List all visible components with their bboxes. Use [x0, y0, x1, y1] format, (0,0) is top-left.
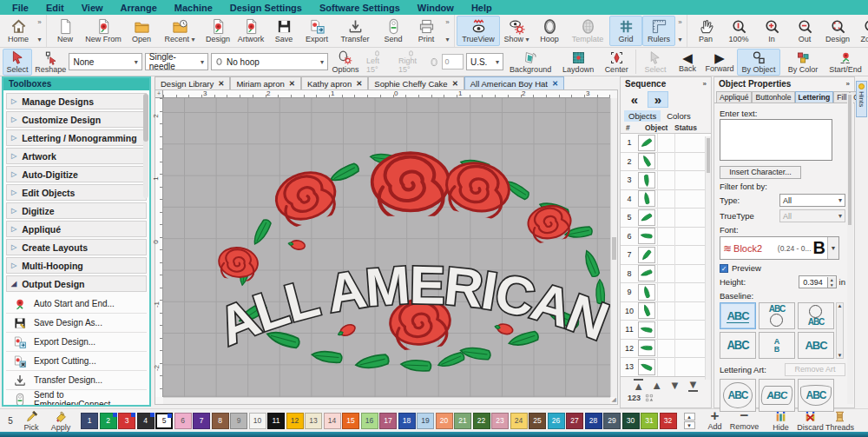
export-button[interactable]: Export	[300, 16, 333, 46]
rulers-button[interactable]: Rulers	[642, 16, 675, 46]
color-swatch-8[interactable]: 8	[212, 413, 229, 429]
color-swatch-23[interactable]: 23	[491, 413, 509, 429]
color-swatch-18[interactable]: 18	[398, 413, 416, 429]
sequence-row[interactable]: 6	[621, 228, 711, 247]
zoom-in-button[interactable]: In	[755, 16, 788, 46]
menu-design-settings[interactable]: Design Settings	[221, 2, 311, 14]
color-swatch-17[interactable]: 17	[379, 413, 397, 429]
toolbox-output-design[interactable]: ◢Output Design	[6, 275, 147, 292]
rotate-left-15-button[interactable]: Left 15°	[363, 49, 392, 76]
sequence-prev-color-button[interactable]: «	[624, 91, 645, 108]
color-swatch-21[interactable]: 21	[454, 413, 471, 429]
insert-character-button[interactable]: Insert Character...	[720, 166, 801, 179]
object-thumbnail[interactable]	[638, 190, 655, 207]
zoom-out-button[interactable]: Out	[788, 16, 821, 46]
group-collapse-control[interactable]: »▾	[675, 16, 685, 46]
select-stitches-button[interactable]: Select	[641, 49, 670, 76]
color-swatch-20[interactable]: 20	[436, 413, 453, 429]
baseline-arc-over-circle[interactable]: ABC	[759, 302, 795, 329]
color-swatch-22[interactable]: 22	[473, 413, 490, 429]
forward-button[interactable]: ▶Forward	[705, 49, 734, 76]
panel-collapse-icon[interactable]: »	[703, 80, 707, 88]
sequence-row[interactable]: 4	[621, 190, 711, 209]
options-button[interactable]: Options	[331, 49, 360, 76]
transfer-button[interactable]: Transfer	[333, 16, 377, 46]
canvas-horizontal-scrollbar[interactable]	[163, 397, 610, 404]
rotate-right-15-button[interactable]: Right 15°	[395, 49, 427, 76]
machine-select[interactable]: Single-needle▾	[145, 53, 208, 70]
color-swatch-19[interactable]: 19	[417, 413, 434, 429]
palette-scroll-spinner[interactable]: ▲▼	[684, 413, 695, 429]
by-color-button[interactable]: By Color	[783, 49, 823, 76]
color-swatch-3[interactable]: 3	[118, 413, 135, 429]
sequence-row[interactable]: 9	[621, 283, 711, 302]
pan-button[interactable]: Pan	[689, 16, 722, 46]
color-swatch-10[interactable]: 10	[249, 413, 266, 429]
zoom-design-button[interactable]: Design	[821, 16, 854, 46]
toolbox-manage-designs[interactable]: ▷Manage Designs	[6, 93, 147, 109]
select-button[interactable]: Select	[3, 49, 32, 76]
color-swatch-6[interactable]: 6	[174, 413, 192, 429]
sequence-scrollbar[interactable]	[705, 136, 711, 380]
toolbox-appliqu[interactable]: ▷Appliqué	[6, 221, 147, 237]
move-to-top-button[interactable]: ▲	[633, 379, 644, 392]
menu-file[interactable]: File	[3, 2, 37, 14]
zoom-100-button[interactable]: 100%	[722, 16, 755, 46]
color-swatch-28[interactable]: 28	[585, 413, 602, 429]
sequence-row[interactable]: 5	[621, 209, 711, 228]
sequence-row[interactable]: 10	[621, 302, 711, 321]
truetype-select[interactable]: All▾	[779, 209, 845, 222]
toolbox-digitize[interactable]: ▷Digitize	[6, 202, 147, 219]
color-swatch-27[interactable]: 27	[566, 413, 583, 429]
toolbox-create-layouts[interactable]: ▷Create Layouts	[6, 239, 147, 255]
close-icon[interactable]: ✕	[218, 79, 224, 88]
close-icon[interactable]: ✕	[289, 79, 295, 88]
tab-miriam-apron[interactable]: Miriam apron✕	[230, 76, 301, 89]
tab-design-library[interactable]: Design Library✕	[155, 76, 230, 89]
toolbox-sub-auto-start-and-end[interactable]: Auto Start and End...	[6, 295, 147, 314]
canvas-grid[interactable]: ALL AMERICAN	[163, 98, 610, 397]
sequence-tab-colors[interactable]: Colors	[662, 110, 694, 122]
home-button[interactable]: Home	[2, 16, 35, 46]
artwork-button[interactable]: Artwork	[234, 16, 267, 46]
toolbox-scrollbar[interactable]	[143, 94, 148, 198]
menu-machine[interactable]: Machine	[166, 2, 221, 14]
sequence-row[interactable]: 3	[621, 171, 711, 190]
color-swatch-1[interactable]: 1	[81, 413, 98, 429]
send-button[interactable]: Send	[377, 16, 410, 46]
baseline-straight[interactable]: ABC	[720, 302, 756, 329]
sequence-tab-objects[interactable]: Objects	[624, 110, 661, 122]
object-thumbnail[interactable]	[638, 228, 655, 244]
discard-colors-button[interactable]: Discard	[796, 409, 825, 432]
baseline-bridge[interactable]: ABC	[798, 332, 834, 359]
resequence-by-number-button[interactable]: 123	[628, 394, 641, 402]
rotate-angle-input[interactable]: 0	[442, 54, 464, 70]
color-swatch-29[interactable]: 29	[603, 413, 621, 429]
resequence-icon[interactable]	[644, 393, 654, 403]
lettering-art-flag[interactable]: ABC	[759, 379, 795, 412]
toolbox-sub-export-cutting[interactable]: Export Cutting...	[6, 352, 147, 371]
color-swatch-12[interactable]: 12	[286, 413, 304, 429]
tab-sophie-cheffy-cake[interactable]: Sophie Cheffy Cake✕	[368, 76, 464, 89]
object-thumbnail[interactable]	[638, 153, 655, 169]
sequence-row[interactable]: 8	[621, 265, 711, 284]
toolbox-sub-transfer-design[interactable]: Transfer Design...	[6, 371, 147, 390]
back-button[interactable]: ◀Back	[673, 49, 702, 76]
sequence-next-color-button[interactable]: »	[648, 91, 668, 108]
hoop-button[interactable]: Hoop	[533, 16, 566, 46]
sequence-row[interactable]: 11	[621, 321, 711, 340]
object-thumbnail[interactable]	[638, 302, 655, 319]
enter-text-input[interactable]	[720, 119, 832, 161]
center-button[interactable]: Center	[602, 49, 631, 76]
object-thumbnail[interactable]	[638, 135, 655, 151]
open-button[interactable]: Open	[125, 16, 158, 46]
apply-color-button[interactable]: Apply	[46, 409, 76, 432]
show-button[interactable]: Show ▾	[500, 16, 533, 46]
color-swatch-30[interactable]: 30	[622, 413, 640, 429]
lettering-art-concave[interactable]: ABC	[798, 379, 834, 412]
font-type-select[interactable]: All▾	[779, 194, 845, 207]
new-from-button[interactable]: New From	[82, 16, 125, 46]
save-button[interactable]: Save	[267, 16, 300, 46]
group-collapse-control[interactable]: »▾	[443, 16, 452, 46]
reshape-button[interactable]: Reshape	[35, 49, 66, 76]
